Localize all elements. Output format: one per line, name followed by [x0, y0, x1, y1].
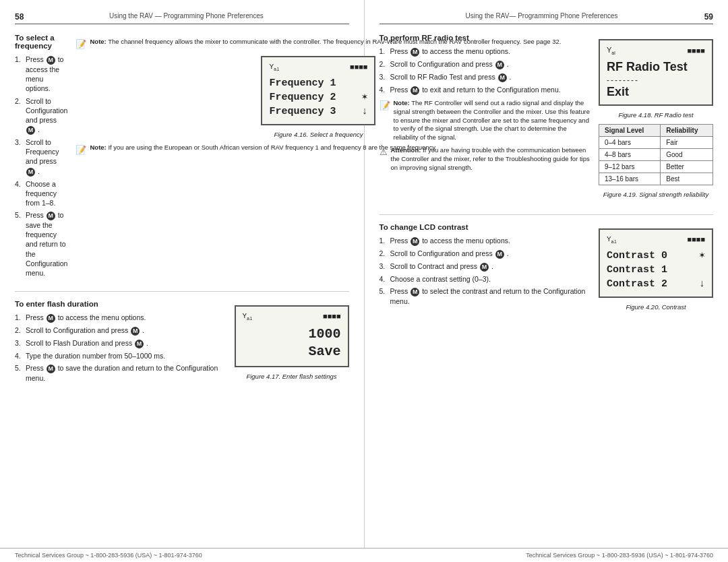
attention-text: Attention: If you are having trouble wit… [391, 146, 591, 172]
battery-icon-rf: ■■■■ [687, 46, 705, 55]
contrast-row-0: Contrast 0 ✶ [607, 249, 705, 263]
table-row: 0–4 bars Fair [599, 136, 713, 148]
lcd-contrast-content: Contrast 0 ✶ Contrast 1 Contrast 2 ↓ [607, 249, 705, 291]
lcd-row-2: Frequency 2 ✶ [269, 90, 367, 104]
step-item: 1.Press M to access the menu options. [15, 55, 67, 94]
step-item: 3.Scroll to Contract and press M . [380, 261, 591, 272]
m-button: M [26, 126, 35, 135]
section-rf-steps: 1.Press M to access the menu options. 2.… [380, 46, 591, 95]
fig-caption-flash: Figure 4.17. Enter flash settings [235, 373, 349, 380]
step-item: 2.Scroll to Configuration and press M . [380, 249, 591, 259]
note-icon-2: 📝 [75, 144, 86, 156]
footer-right: Technical Services Group ~ 1-800-283-593… [526, 552, 713, 559]
rf-radio-test-title: RF Radio Test [607, 59, 705, 75]
lcd-row-1: Frequency 1 [269, 76, 367, 90]
page-59: Using the RAV— Programming Phone Prefere… [365, 0, 729, 548]
fig-caption-signal-table: Figure 4.19. Signal strength reliability [599, 191, 713, 198]
step-item: 1.Press M to access the menu options. [380, 236, 591, 246]
attention-rf: ⚠ Attention: If you are having trouble w… [380, 146, 591, 172]
step-item: 5.Press M to save the frequency and retu… [15, 210, 67, 278]
page-58: 58 Using the RAV — Programming Phone Pre… [0, 0, 365, 548]
m-button: M [47, 365, 55, 373]
step-item: 3.Scroll to Frequency and press M . [15, 137, 67, 177]
table-row: 9–12 bars Better [599, 160, 713, 173]
note-icon-rf: 📝 [380, 100, 390, 112]
battery-icon-flash: ■■■■ [323, 313, 340, 321]
signal-0-4: 0–4 bars [599, 136, 661, 148]
note-rf: 📝 Note: The RF Controller will send out … [380, 99, 591, 142]
lcd-content: Frequency 1 Frequency 2 ✶ Frequency 3 ↓ [269, 76, 367, 119]
section-lcd-contrast: To change LCD contrast 1.Press M to acce… [380, 223, 714, 316]
reliability-best: Best [661, 173, 713, 185]
step-item: 4.Type the duration number from 50–1000 … [15, 351, 226, 361]
contrast-0-label: Contrast 0 [607, 249, 667, 263]
contrast-row-1: Contrast 1 [607, 263, 705, 277]
contrast-2-label: Contrast 2 [607, 277, 667, 291]
signal-icon: Yal [269, 63, 279, 72]
m-button: M [495, 61, 504, 69]
section-contrast-steps: 1.Press M to access the menu options. 2.… [380, 236, 591, 306]
step-item: 3.Scroll to RF Radio Test and press M . [380, 72, 591, 82]
step-item: 2.Scroll to Configuration and press M . [15, 96, 67, 135]
signal-icon-rf: Yal [607, 46, 615, 55]
section2-title: To enter flash duration [15, 300, 226, 308]
footer-left: Technical Services Group ~ 1-800-283-593… [15, 552, 202, 559]
flash-value: 1000 [243, 325, 341, 343]
page-number-right: 59 [704, 12, 713, 22]
lcd-frequency: Yal ■■■■ Frequency 1 Frequency 2 ✶ [261, 56, 375, 125]
step-item: 4.Choose a frequency from 1–8. [15, 179, 67, 208]
m-button: M [135, 340, 144, 348]
m-button: M [498, 73, 507, 82]
section1-title: To select a frequency [15, 34, 67, 50]
step-item: 3.Scroll to Flash Duration and press M . [15, 338, 226, 348]
section-select-frequency: To select a frequency 1.Press M to acces… [15, 34, 349, 280]
step-item: 5.Press M to select the contrast and ret… [380, 286, 591, 306]
contrast-row-2: Contrast 2 ↓ [607, 277, 705, 291]
m-button: M [411, 86, 419, 95]
step-item: 4.Choose a contrast setting (0–3). [380, 274, 591, 284]
frequency-1-label: Frequency 1 [269, 76, 336, 90]
page-number-left: 58 [15, 12, 24, 22]
lcd-row-3: Frequency 3 ↓ [269, 104, 367, 119]
m-button: M [495, 250, 504, 259]
attention-icon: ⚠ [380, 146, 388, 158]
section2-steps: 1.Press M to access the menu options. 2.… [15, 313, 226, 383]
section-contrast-title: To change LCD contrast [380, 223, 591, 231]
rf-exit-label: Exit [607, 85, 705, 99]
contrast-1-label: Contrast 1 [607, 263, 667, 277]
step-item: 2.Scroll to Configuration and press M . [380, 59, 591, 69]
divider-right [380, 214, 714, 215]
fig-caption-rf: Figure 4.18. RF Radio test [599, 111, 713, 119]
m-button: M [26, 168, 35, 177]
table-header-signal: Signal Level [599, 124, 661, 136]
note-icon: 📝 [75, 38, 86, 51]
m-button: M [411, 48, 419, 57]
table-row: 13–16 bars Best [599, 173, 713, 185]
reliability-fair: Fair [661, 136, 713, 148]
lcd-rf: Yal ■■■■ RF Radio Test -------- Exit [599, 39, 713, 106]
flash-save: Save [243, 343, 341, 361]
lcd-flash: Yal ■■■■ 1000 Save [235, 305, 349, 367]
section-flash-duration: To enter flash duration 1.Press M to acc… [15, 300, 349, 385]
signal-4-8: 4–8 bars [599, 148, 661, 160]
signal-icon-flash: Yal [243, 312, 253, 321]
frequency-2-label: Frequency 2 [269, 90, 336, 104]
rf-dashes: -------- [607, 75, 705, 85]
signal-table: Signal Level Reliability 0–4 bars Fair 4… [599, 124, 713, 185]
table-row: 4–8 bars Good [599, 148, 713, 160]
lcd-value: 1000 Save [243, 325, 341, 361]
footer: Technical Services Group ~ 1-800-283-593… [0, 548, 728, 562]
step-item: 5.Press M to save the duration and retur… [15, 363, 226, 383]
section-rf-title: To perform RF radio test [380, 34, 591, 42]
step-item: 1.Press M to access the menu options. [380, 46, 591, 57]
signal-icon-contrast: Yal [607, 235, 617, 245]
battery-icon-contrast: ■■■■ [688, 236, 705, 244]
step-item: 2.Scroll to Configuration and press M . [15, 325, 226, 336]
section-rf-radio: To perform RF radio test 1.Press M to ac… [380, 34, 714, 204]
contrast-2-arrow: ↓ [699, 277, 705, 291]
section1-steps: 1.Press M to access the menu options. 2.… [15, 55, 67, 278]
lcd-contrast: Yal ■■■■ Contrast 0 ✶ Contrast 1 [599, 228, 713, 298]
note-rf-text: Note: The RF Controller will send out a … [394, 99, 591, 142]
m-button: M [47, 56, 55, 65]
m-button: M [411, 288, 419, 296]
